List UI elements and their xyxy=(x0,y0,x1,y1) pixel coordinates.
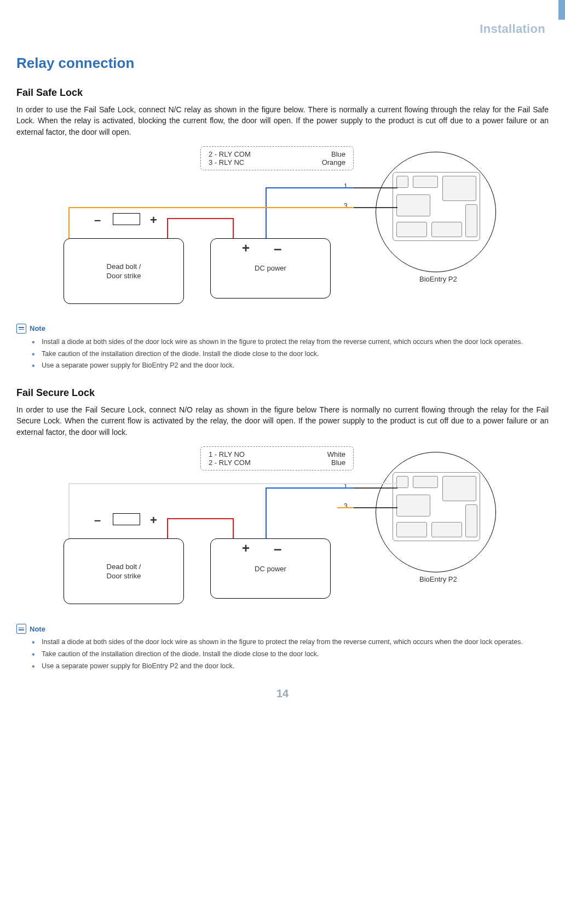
page-number: 14 xyxy=(16,687,549,700)
dc-power-label: DC power xyxy=(255,565,286,573)
minus-icon: – xyxy=(274,541,281,558)
dc-power-label: DC power xyxy=(255,264,286,272)
minus-icon: – xyxy=(94,213,101,227)
dc-power-box: DC power xyxy=(210,538,331,599)
fail-safe-body: In order to use the Fail Safe Lock, conn… xyxy=(16,104,549,137)
fail-safe-title: Fail Safe Lock xyxy=(16,87,549,99)
deadbolt-label: Dead bolt / xyxy=(107,262,141,271)
note-block: Note Install a diode at both sides of th… xyxy=(16,324,549,371)
minus-icon: – xyxy=(94,513,101,527)
note-list: Install a diode at both sides of the doo… xyxy=(16,637,549,671)
note-label: Note xyxy=(30,625,45,633)
deadbolt-label2: Door strike xyxy=(107,272,141,280)
diode-icon xyxy=(113,213,140,225)
diode-icon xyxy=(113,513,140,525)
fail-safe-diagram: 2 - RLY COMBlue 3 - RLY NCOrange BioEntr… xyxy=(58,146,507,311)
deadbolt-label: Dead bolt / xyxy=(107,563,141,571)
note-item: Take caution of the installation directi… xyxy=(32,349,549,359)
note-block: Note Install a diode at both sides of th… xyxy=(16,624,549,671)
note-item: Install a diode at both sides of the doo… xyxy=(32,637,549,647)
plus-icon: + xyxy=(150,213,157,227)
plus-icon: + xyxy=(242,541,250,556)
note-item: Use a separate power supply for BioEntry… xyxy=(32,360,549,371)
deadbolt-box: Dead bolt / Door strike xyxy=(64,538,184,604)
note-icon xyxy=(16,324,26,334)
fail-secure-title: Fail Secure Lock xyxy=(16,387,549,399)
deadbolt-box: Dead bolt / Door strike xyxy=(64,238,184,304)
note-label: Note xyxy=(30,324,45,332)
header-section-label: Installation xyxy=(16,22,549,36)
fail-secure-body: In order to use the Fail Secure Lock, co… xyxy=(16,404,549,438)
dc-power-box: DC power xyxy=(210,238,331,299)
fail-secure-diagram: 1 - RLY NOWhite 2 - RLY COMBlue BioEntry… xyxy=(58,446,507,611)
minus-icon: – xyxy=(274,240,281,257)
note-item: Install a diode at both sides of the doo… xyxy=(32,337,549,347)
plus-icon: + xyxy=(150,513,157,527)
plus-icon: + xyxy=(242,240,250,256)
note-item: Use a separate power supply for BioEntry… xyxy=(32,661,549,672)
note-item: Take caution of the installation directi… xyxy=(32,649,549,659)
note-list: Install a diode at both sides of the doo… xyxy=(16,337,549,371)
page-title: Relay connection xyxy=(16,55,549,72)
edge-tab xyxy=(558,0,565,20)
deadbolt-label2: Door strike xyxy=(107,572,141,580)
note-icon xyxy=(16,624,26,634)
